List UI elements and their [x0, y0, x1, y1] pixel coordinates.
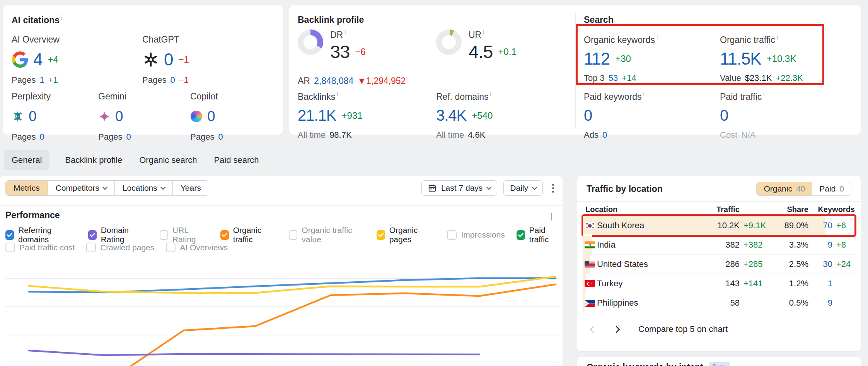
- location-row-india[interactable]: India 382 +382 3.3% 9 +8: [583, 235, 855, 255]
- paid-traffic-value: 0: [720, 107, 728, 124]
- checkbox-paid-traffic-cost[interactable]: Paid traffic cost: [5, 243, 75, 252]
- segment-metrics[interactable]: Metrics: [6, 181, 48, 195]
- checkbox-organic-traffic[interactable]: Organic traffic: [220, 226, 277, 244]
- gemini-pages: Pages 0: [98, 132, 131, 142]
- ai-overview-label: AI Overview: [12, 34, 60, 45]
- ai-overview-value: 4: [33, 50, 42, 69]
- toggle-paid[interactable]: Paid0: [812, 182, 851, 195]
- location-table: Location Traffic Share Keywords South Ko…: [583, 203, 855, 313]
- checkbox-box: [220, 230, 229, 240]
- toggle-organic[interactable]: Organic40: [757, 182, 812, 195]
- share-value: 2.5%: [773, 259, 808, 269]
- info-icon[interactable]: i: [61, 15, 62, 21]
- checkbox-ai-overviews[interactable]: AI Overviews: [166, 243, 228, 252]
- info-icon[interactable]: i: [777, 34, 778, 41]
- checkbox-label: Domain Rating: [101, 226, 148, 244]
- checkbox-referring-domains[interactable]: Referring domains: [5, 226, 77, 244]
- checkbox-impressions[interactable]: Impressions: [447, 230, 505, 240]
- location-name: India: [597, 240, 699, 250]
- segment-competitors[interactable]: Competitors: [48, 181, 115, 195]
- keywords-value[interactable]: 9: [808, 298, 832, 308]
- traffic-value: 382: [699, 240, 740, 250]
- backlink-search-card: Backlink profile DRi 33 −6 AR 2,848,084 …: [289, 5, 861, 135]
- traffic-delta: +9.1K: [740, 221, 773, 231]
- checkbox-paid-traffic[interactable]: Paid traffic: [517, 226, 563, 244]
- location-name: Turkey: [597, 279, 699, 289]
- info-icon[interactable]: i: [490, 91, 491, 97]
- copilot-label: Copilot: [190, 91, 223, 102]
- info-icon[interactable]: i: [763, 91, 764, 97]
- traffic-delta: +382: [740, 240, 773, 250]
- checkbox-box: [289, 230, 297, 240]
- organic-keywords-value[interactable]: 112: [584, 49, 610, 68]
- gemini-value: 0: [115, 108, 123, 125]
- date-range-dropdown[interactable]: Last 7 days: [421, 180, 497, 196]
- segment-years[interactable]: Years: [173, 181, 209, 195]
- info-icon[interactable]: i: [643, 91, 645, 97]
- tab-general[interactable]: General: [4, 150, 49, 170]
- ref-domains-value[interactable]: 3.4K: [436, 107, 466, 124]
- checkbox-label: Paid traffic: [529, 226, 563, 244]
- chevron-down-icon: [532, 185, 537, 190]
- keywords-value[interactable]: 1: [808, 279, 832, 289]
- more-options-button[interactable]: [549, 181, 557, 196]
- gemini-label: Gemini: [98, 91, 131, 102]
- next-page-button[interactable]: [610, 323, 623, 336]
- checkbox-organic-traffic-value[interactable]: Organic traffic value: [289, 226, 365, 244]
- info-icon[interactable]: i: [483, 29, 484, 36]
- share-value: 3.3%: [773, 240, 808, 250]
- chatgpt-pages: Pages 0 −1: [142, 75, 189, 85]
- chevron-down-icon: [160, 185, 165, 190]
- organic-traffic-value[interactable]: 11.5K: [720, 49, 761, 68]
- ur-donut: [436, 29, 462, 55]
- checkbox-url-rating[interactable]: URL Rating: [160, 226, 209, 244]
- share-value: 89.0%: [773, 221, 808, 231]
- ar-delta: ▼1,294,952: [357, 76, 406, 86]
- checkbox-domain-rating[interactable]: Domain Rating: [88, 226, 148, 244]
- traffic-value: 143: [699, 279, 740, 289]
- checkbox-crawled-pages[interactable]: Crawled pages: [86, 243, 154, 252]
- tab-backlink-profile[interactable]: Backlink profile: [63, 150, 124, 170]
- keywords-value[interactable]: 9: [808, 240, 832, 250]
- flag-united-states-icon: [585, 260, 595, 268]
- location-name: United States: [597, 259, 699, 269]
- info-icon[interactable]: i: [657, 34, 658, 41]
- location-row-united-states[interactable]: United States 286 +285 2.5% 30 +24: [583, 255, 855, 274]
- location-row-turkey[interactable]: Turkey 143 +141 1.2% 1: [583, 274, 855, 293]
- tab-organic-search[interactable]: Organic search: [138, 150, 198, 170]
- ref-domains-delta: +540: [472, 110, 493, 121]
- traffic-value: 10.2K: [699, 221, 740, 231]
- divider: [0, 205, 563, 206]
- keywords-value[interactable]: 30: [808, 259, 832, 269]
- prev-page-button[interactable]: [587, 323, 600, 336]
- calendar-icon: [428, 184, 437, 192]
- keywords-value[interactable]: 70: [808, 221, 832, 231]
- compare-top5-link[interactable]: Compare top 5 on chart: [638, 324, 728, 334]
- checkbox-box: [5, 243, 15, 252]
- card-divider: [575, 12, 576, 128]
- keywords-delta: +24: [832, 259, 855, 269]
- dr-value: 33: [330, 41, 350, 62]
- location-row-philippines[interactable]: Philippines 58 0.5% 9: [583, 293, 855, 313]
- granularity-dropdown[interactable]: Daily: [503, 180, 543, 196]
- chart-line-domain-rating: [29, 351, 479, 355]
- traffic-delta: +285: [740, 259, 773, 269]
- ai-overview-block: AI Overview 4 +4 Pages 1 +1: [12, 34, 60, 85]
- tab-paid-search[interactable]: Paid search: [212, 150, 260, 170]
- share-value: 1.2%: [773, 279, 808, 289]
- copilot-pages: Pages 0: [190, 132, 223, 142]
- info-icon[interactable]: i: [337, 91, 338, 97]
- column-keywords: Keywords: [808, 205, 855, 214]
- segment-locations[interactable]: Locations: [115, 181, 173, 195]
- chatgpt-block: ChatGPT 0 −1 Pages 0 −1: [142, 34, 189, 85]
- backlinks-value[interactable]: 21.1K: [298, 107, 336, 124]
- checkbox-organic-pages[interactable]: Organic pages: [377, 226, 436, 244]
- dashboard-screen: AI citationsi AI Overview 4 +4 Pages 1 +…: [0, 0, 868, 366]
- location-row-south-korea[interactable]: South Korea 10.2K +9.1K 89.0% 70 +6: [583, 216, 855, 235]
- info-icon[interactable]: i: [344, 29, 346, 36]
- paid-traffic-block: Paid traffici 0 Cost N/A: [720, 91, 764, 140]
- perplexity-icon: [12, 110, 24, 123]
- collapse-section-button[interactable]: [551, 213, 552, 220]
- backlinks-block: Backlinksi 21.1K +931 All time98.7K: [298, 91, 363, 140]
- ar-value[interactable]: 2,848,084: [314, 76, 353, 86]
